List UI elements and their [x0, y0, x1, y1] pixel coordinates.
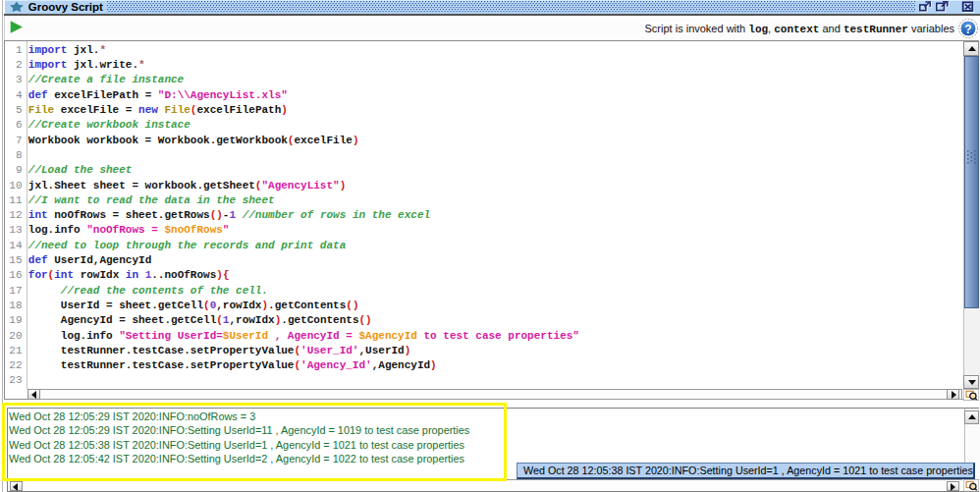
svg-text:?: ?	[964, 22, 971, 35]
